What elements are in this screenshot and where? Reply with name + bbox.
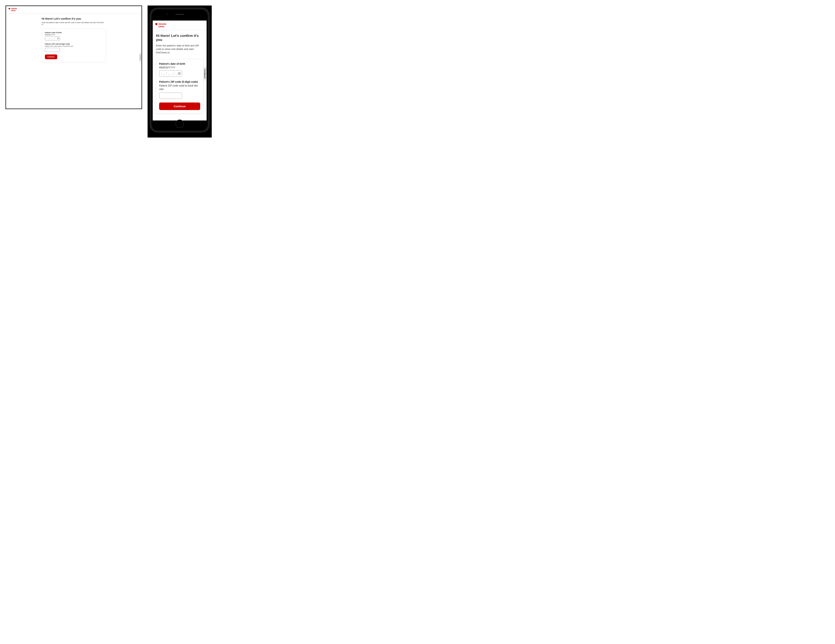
page-heading: Hi there! Let's confirm it's you <box>42 17 106 20</box>
home-button[interactable] <box>175 120 184 128</box>
svg-rect-7 <box>179 73 179 74</box>
svg-rect-9 <box>180 73 180 74</box>
calendar-icon[interactable] <box>57 37 59 40</box>
continue-button[interactable]: Continue <box>159 102 200 110</box>
heart-icon <box>155 23 158 26</box>
zip-label: Patient's ZIP code (5-digit code) <box>159 80 200 83</box>
mobile-device-wrap: minute clinic Hi there! Let's confirm it… <box>148 5 212 138</box>
svg-rect-2 <box>58 39 58 39</box>
dob-format: MM/DD/YYYY <box>159 66 200 69</box>
zip-input[interactable] <box>159 93 182 99</box>
zip-input[interactable] <box>45 48 60 52</box>
svg-rect-1 <box>57 38 59 38</box>
continue-button[interactable]: Continue <box>45 54 57 59</box>
brand-line1: minute <box>158 23 166 25</box>
calendar-icon[interactable] <box>178 72 181 75</box>
zip-help: Patient ZIP code used to book the visit <box>45 45 103 47</box>
brand-logo: minute clinic <box>155 23 166 28</box>
brand-logo: minute clinic <box>8 8 17 11</box>
desktop-header: minute clinic <box>6 6 141 13</box>
confirm-form-card: Patient's date of birth MM/DD/YYYY Patie… <box>42 29 106 62</box>
mobile-header: minute clinic <box>153 21 206 30</box>
page-subheading: Enter the patient's date of birth and ZI… <box>42 22 106 25</box>
desktop-viewport: minute clinic Hi there! Let's confirm it… <box>5 5 142 109</box>
brand-line1: minute <box>11 8 17 10</box>
page-heading: Hi there! Let's confirm it's you <box>156 34 203 42</box>
dob-format: MM/DD/YYYY <box>45 34 103 36</box>
zip-help: Patient ZIP code used to book the visit <box>159 84 200 91</box>
svg-rect-6 <box>178 72 180 73</box>
phone-camera <box>166 13 168 15</box>
heart-icon <box>8 8 10 10</box>
svg-rect-4 <box>58 39 59 39</box>
phone-body: minute clinic Hi there! Let's confirm it… <box>150 8 210 132</box>
page-subheading: Enter the patient's date of birth and ZI… <box>156 44 203 54</box>
zip-label: Patient's ZIP code (5-digit code) <box>45 43 103 45</box>
brand-line2: clinic <box>11 10 17 12</box>
phone-speaker <box>175 14 184 15</box>
dob-label: Patient's date of birth <box>159 62 200 65</box>
feedback-tab[interactable]: Feedback <box>203 67 206 80</box>
feedback-tab[interactable]: Feedback <box>139 53 141 62</box>
dob-label: Patient's date of birth <box>45 32 103 34</box>
confirm-form-card: Patient's date of birth MM/DD/YYYY Patie… <box>156 59 203 114</box>
mobile-viewport: minute clinic Hi there! Let's confirm it… <box>153 21 206 120</box>
svg-rect-8 <box>179 73 179 74</box>
brand-line2: clinic <box>158 25 166 28</box>
